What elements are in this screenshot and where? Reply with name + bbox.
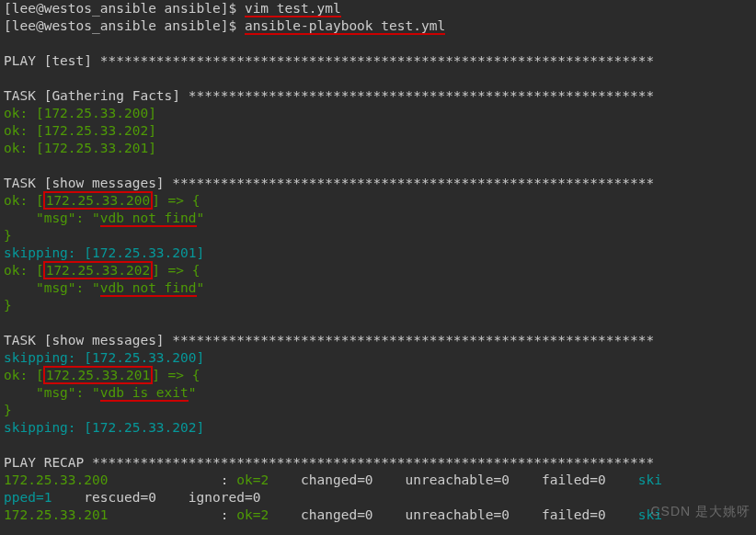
task-show-messages: TASK [show messages] *******************…: [4, 176, 654, 190]
task-show-messages: TASK [show messages] *******************…: [4, 333, 654, 347]
msg-line: "msg": "vdb not find": [4, 280, 204, 297]
brace-close: }: [4, 403, 12, 417]
recap-line: pped=1 rescued=0 ignored=0: [4, 490, 269, 505]
skipping-line: skipping: [172.25.33.201]: [4, 245, 204, 260]
ok-result: ok: [172.25.33.201] => {: [4, 368, 200, 382]
skipping-line: skipping: [172.25.33.200]: [4, 350, 204, 365]
ok-result: ok: [172.25.33.202] => {: [4, 263, 200, 278]
ok-line: ok: [172.25.33.200]: [4, 106, 156, 120]
ok-result: ok: [172.25.33.200] => {: [4, 193, 200, 208]
recap-line: 172.25.33.200 : ok=2 changed=0 unreachab…: [4, 472, 662, 487]
ok-line: ok: [172.25.33.202]: [4, 123, 156, 138]
cmd-vim: vim test.yml: [245, 1, 341, 17]
play-header: PLAY [test] ****************************…: [4, 53, 654, 68]
msg-vdb-is-exit: vdb is exit: [100, 385, 189, 402]
msg-line: "msg": "vdb is exit": [4, 385, 197, 402]
msg-line: "msg": "vdb not find": [4, 211, 204, 227]
msg-vdb-not-find: vdb not find: [100, 280, 197, 297]
brace-close: }: [4, 298, 12, 313]
ip-201: 172.25.33.201: [43, 366, 154, 384]
recap-line: 172.25.33.201 : ok=2 changed=0 unreachab…: [4, 507, 662, 522]
prompt: [lee@westos_ansible ansible]$ vim test.y…: [4, 1, 341, 17]
terminal-output: [lee@westos_ansible ansible]$ vim test.y…: [0, 0, 756, 524]
cmd-ansible-playbook: ansible-playbook test.yml: [245, 18, 445, 35]
ip-202: 172.25.33.202: [43, 261, 154, 279]
ip-200: 172.25.33.200: [43, 191, 154, 210]
msg-vdb-not-find: vdb not find: [100, 211, 197, 227]
watermark: CSDN 是大姚呀: [650, 504, 750, 520]
skipping-line: skipping: [172.25.33.202]: [4, 420, 204, 435]
brace-close: }: [4, 228, 12, 243]
ok-line: ok: [172.25.33.201]: [4, 141, 156, 155]
task-gathering-facts: TASK [Gathering Facts] *****************…: [4, 88, 654, 103]
play-recap-header: PLAY RECAP *****************************…: [4, 455, 654, 470]
prompt: [lee@westos_ansible ansible]$ ansible-pl…: [4, 18, 445, 35]
